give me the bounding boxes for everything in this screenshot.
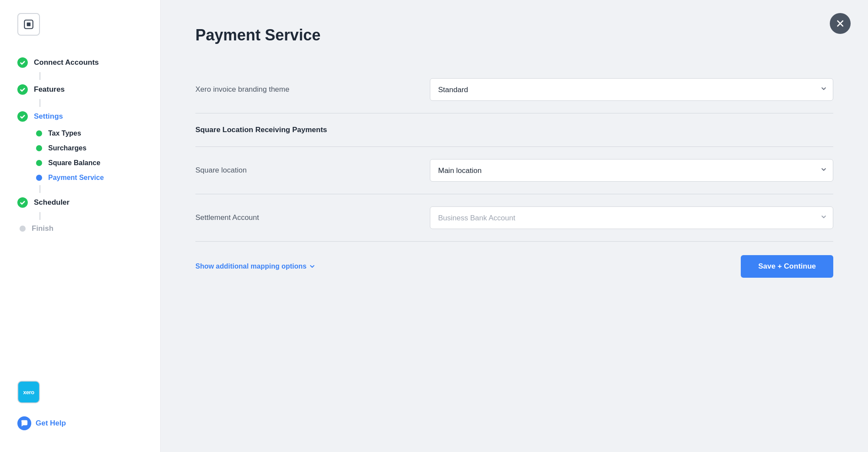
sidebar-item-features[interactable]: Features xyxy=(17,80,160,99)
help-chat-icon xyxy=(17,416,31,430)
dot-square-balance xyxy=(36,160,42,166)
sidebar-item-settings[interactable]: Settings xyxy=(17,107,160,126)
main-content: Payment Service Xero invoice branding th… xyxy=(161,0,868,452)
sidebar-label-tax-types: Tax Types xyxy=(48,130,81,137)
square-location-control: Main location Branch 1 Branch 2 xyxy=(430,159,833,182)
settlement-account-label: Settlement Account xyxy=(195,213,413,222)
xero-invoice-select-wrapper: Standard Classic Modern xyxy=(430,78,833,101)
sub-navigation: Tax Types Surcharges Square Balance Paym… xyxy=(17,126,160,185)
dot-surcharges xyxy=(36,145,42,151)
dot-finish xyxy=(20,226,26,232)
sidebar-label-connect-accounts: Connect Accounts xyxy=(34,58,99,67)
show-additional-mapping-label: Show additional mapping options xyxy=(195,263,307,270)
sidebar-item-surcharges[interactable]: Surcharges xyxy=(34,141,160,156)
square-location-label: Square location xyxy=(195,166,413,175)
app-logo xyxy=(17,13,40,36)
save-continue-button[interactable]: Save + Continue xyxy=(741,255,833,278)
page-title: Payment Service xyxy=(195,26,833,44)
sidebar-label-surcharges: Surcharges xyxy=(48,144,86,152)
sidebar-item-payment-service[interactable]: Payment Service xyxy=(34,170,160,185)
form-actions-row: Show additional mapping options Save + C… xyxy=(195,242,833,282)
get-help-button[interactable]: Get Help xyxy=(17,416,160,430)
section-header-square-location: Square Location Receiving Payments xyxy=(195,113,833,147)
xero-invoice-label: Xero invoice branding theme xyxy=(195,85,413,94)
sidebar-item-connect-accounts[interactable]: Connect Accounts xyxy=(17,53,160,72)
dot-tax-types xyxy=(36,130,42,136)
settlement-account-select-wrapper: Business Bank Account Business Bank Acco… xyxy=(430,206,833,229)
xero-invoice-row: Xero invoice branding theme Standard Cla… xyxy=(195,66,833,113)
sidebar-item-tax-types[interactable]: Tax Types xyxy=(34,126,160,141)
settlement-account-select[interactable]: Business Bank Account Business Bank Acco… xyxy=(430,206,833,229)
sidebar-label-features: Features xyxy=(34,85,65,94)
dot-payment-service xyxy=(36,175,42,181)
sidebar-item-square-balance[interactable]: Square Balance xyxy=(34,156,160,170)
sidebar-label-payment-service: Payment Service xyxy=(48,174,104,182)
svg-rect-1 xyxy=(27,23,31,27)
check-icon-settings xyxy=(17,111,28,122)
sidebar-label-square-balance: Square Balance xyxy=(48,159,100,167)
sidebar: Connect Accounts Features Settings Tax T… xyxy=(0,0,161,452)
check-icon-features xyxy=(17,84,28,95)
square-location-row: Square location Main location Branch 1 B… xyxy=(195,147,833,194)
settlement-account-row: Settlement Account Business Bank Account… xyxy=(195,194,833,242)
xero-invoice-control: Standard Classic Modern xyxy=(430,78,833,101)
sidebar-item-scheduler[interactable]: Scheduler xyxy=(17,193,160,212)
xero-logo-text: xero xyxy=(23,389,34,396)
sidebar-label-scheduler: Scheduler xyxy=(34,198,69,207)
sidebar-item-finish[interactable]: Finish xyxy=(17,220,160,237)
sidebar-navigation: Connect Accounts Features Settings Tax T… xyxy=(0,53,160,372)
nav-connector-1 xyxy=(40,72,40,80)
show-more-chevron-icon xyxy=(309,263,315,269)
nav-connector-2 xyxy=(40,99,40,107)
square-icon xyxy=(23,19,34,30)
square-location-select[interactable]: Main location Branch 1 Branch 2 xyxy=(430,159,833,182)
nav-connector-4 xyxy=(40,212,40,220)
settlement-account-control: Business Bank Account Business Bank Acco… xyxy=(430,206,833,229)
nav-connector-3 xyxy=(40,185,40,193)
sidebar-label-finish: Finish xyxy=(32,224,53,233)
payment-service-form: Xero invoice branding theme Standard Cla… xyxy=(195,66,833,282)
get-help-label: Get Help xyxy=(36,419,66,428)
show-additional-mapping-link[interactable]: Show additional mapping options xyxy=(195,250,315,282)
xero-logo-badge: xero xyxy=(17,381,40,403)
check-icon-scheduler xyxy=(17,197,28,208)
sidebar-label-settings: Settings xyxy=(34,112,63,121)
sidebar-bottom: xero Get Help xyxy=(0,372,160,439)
xero-invoice-select[interactable]: Standard Classic Modern xyxy=(430,78,833,101)
check-icon-connect-accounts xyxy=(17,57,28,68)
close-button[interactable] xyxy=(830,13,851,34)
square-location-select-wrapper: Main location Branch 1 Branch 2 xyxy=(430,159,833,182)
